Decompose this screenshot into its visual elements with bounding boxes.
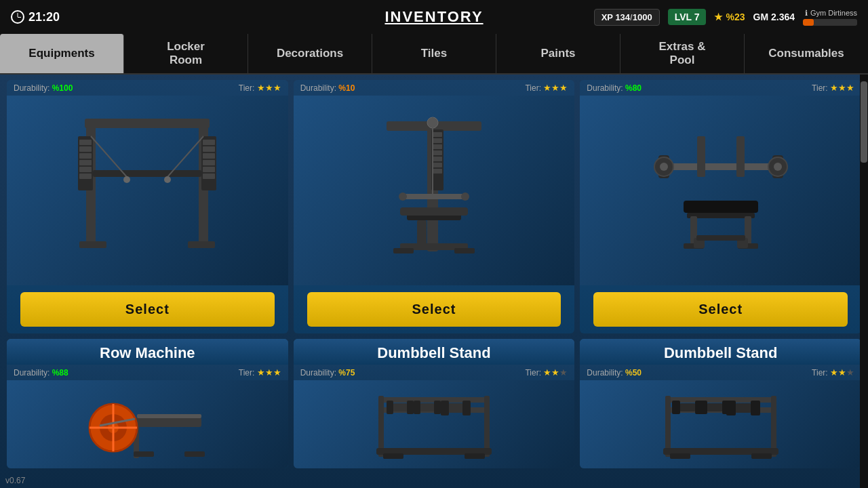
svg-rect-86 xyxy=(462,401,471,415)
tier-info: Tier: ★★★ xyxy=(239,83,281,93)
svg-rect-12 xyxy=(203,140,215,145)
tier-stars: ★★★ xyxy=(543,83,568,93)
svg-rect-88 xyxy=(383,453,403,459)
tab-equipments[interactable]: Equipments xyxy=(0,34,124,73)
svg-rect-83 xyxy=(434,401,441,414)
level-badge: LVL 7 xyxy=(668,9,707,25)
durability-value: %10 xyxy=(338,83,355,93)
tab-extras-pool[interactable]: Extras &Pool xyxy=(620,34,745,73)
select-button-cable-crossover[interactable]: Select xyxy=(20,292,275,327)
svg-rect-82 xyxy=(420,403,434,411)
svg-rect-101 xyxy=(736,403,751,413)
durability-value: %88 xyxy=(52,368,68,378)
svg-rect-3 xyxy=(93,170,201,177)
xp-max: 1000 xyxy=(633,12,652,22)
tab-locker-room[interactable]: LockerRoom xyxy=(124,34,248,73)
row-machine-svg xyxy=(79,384,215,465)
item-image xyxy=(7,96,288,285)
tab-decorations[interactable]: Decorations xyxy=(248,34,372,73)
svg-rect-85 xyxy=(449,403,462,413)
svg-rect-7 xyxy=(79,153,92,159)
scrollbar-thumb[interactable] xyxy=(861,81,867,163)
tier-info: Tier: ★★★ xyxy=(812,367,854,378)
card-top-info: Durability: %100 Tier: ★★★ xyxy=(7,80,288,96)
item-card-row-machine: Row Machine Durability: %88 Tier: ★★★ xyxy=(7,339,288,468)
svg-rect-84 xyxy=(441,401,449,415)
durability-value: %75 xyxy=(338,368,355,378)
svg-point-51 xyxy=(774,163,782,171)
svg-rect-17 xyxy=(203,174,215,179)
durability-value: %80 xyxy=(625,83,642,93)
star-badge: ★ %23 xyxy=(714,12,745,22)
svg-rect-38 xyxy=(400,207,468,216)
svg-rect-105 xyxy=(751,453,772,459)
svg-rect-54 xyxy=(684,201,758,213)
item-card-dumbbell-stand-2: Dumbbell Stand Durability: %50 Tier: ★★★ xyxy=(580,339,861,468)
durability-label: Durability: %88 xyxy=(14,368,68,378)
durability-label: Durability: %75 xyxy=(300,368,355,378)
item-card-dumbbell-stand-1: Dumbbell Stand Durability: %75 Tier: ★★★ xyxy=(294,339,575,468)
svg-rect-39 xyxy=(400,194,468,199)
svg-rect-33 xyxy=(433,169,442,174)
tier-stars: ★★★ xyxy=(830,367,854,378)
svg-rect-95 xyxy=(680,403,695,411)
star-value: %23 xyxy=(726,12,745,22)
durability-label: Durability: %100 xyxy=(14,83,73,93)
card-top-info: Durability: %88 Tier: ★★★ xyxy=(7,365,288,380)
gm-label: GM xyxy=(753,12,769,22)
svg-rect-15 xyxy=(203,160,215,165)
tier-stars: ★★★ xyxy=(830,83,854,93)
svg-rect-18 xyxy=(79,241,106,248)
svg-rect-10 xyxy=(79,174,92,179)
svg-rect-62 xyxy=(696,235,745,241)
svg-point-22 xyxy=(123,176,130,183)
svg-rect-76 xyxy=(378,396,384,457)
svg-point-41 xyxy=(461,192,469,201)
item-image xyxy=(7,380,288,468)
svg-rect-77 xyxy=(484,396,490,457)
select-button-lat-pulldown[interactable]: Select xyxy=(307,292,561,327)
scrollbar-track[interactable] xyxy=(860,75,868,488)
time-value: 21:20 xyxy=(28,10,60,24)
dumbbell-stand-2-svg xyxy=(653,384,789,465)
svg-rect-19 xyxy=(188,241,215,248)
lat-pulldown-svg xyxy=(359,109,509,272)
durability-label: Durability: %10 xyxy=(300,83,355,93)
svg-rect-27 xyxy=(433,132,442,137)
item-card-lat-pulldown: Durability: %10 Tier: ★★★ xyxy=(294,80,575,333)
tab-paints[interactable]: Paints xyxy=(496,34,620,73)
svg-rect-52 xyxy=(697,136,705,177)
svg-rect-14 xyxy=(203,153,215,159)
svg-rect-29 xyxy=(433,144,442,149)
svg-rect-32 xyxy=(433,163,442,167)
select-button-bench-press[interactable]: Select xyxy=(593,292,848,327)
xp-label: XP xyxy=(601,12,613,22)
svg-rect-97 xyxy=(699,401,707,414)
clock-icon xyxy=(11,10,24,24)
svg-rect-13 xyxy=(203,146,215,152)
svg-rect-30 xyxy=(433,150,442,155)
dumbbell-stand-1-svg xyxy=(366,384,502,465)
tab-consumables[interactable]: Consumables xyxy=(745,34,868,73)
card-top-info: Durability: %50 Tier: ★★★ xyxy=(580,365,861,380)
info-icon: ℹ xyxy=(805,9,808,18)
svg-rect-74 xyxy=(380,397,488,403)
svg-point-48 xyxy=(660,163,668,171)
svg-rect-55 xyxy=(687,213,755,218)
svg-rect-93 xyxy=(771,396,776,457)
svg-rect-44 xyxy=(454,248,475,253)
tab-tiles[interactable]: Tiles xyxy=(372,34,496,73)
svg-rect-73 xyxy=(184,451,205,457)
svg-rect-31 xyxy=(433,157,442,161)
items-grid: Durability: %100 Tier: ★★★ xyxy=(7,75,861,474)
svg-rect-53 xyxy=(736,136,745,177)
item-image xyxy=(580,96,861,285)
dirtiness-bar xyxy=(803,19,857,26)
svg-rect-72 xyxy=(134,451,154,457)
svg-rect-6 xyxy=(79,146,92,152)
svg-rect-43 xyxy=(393,248,414,253)
cable-crossover-svg xyxy=(73,109,222,272)
gm-value: 2.364 xyxy=(771,12,795,22)
page-title: INVENTORY xyxy=(384,8,483,26)
svg-rect-81 xyxy=(414,401,420,414)
